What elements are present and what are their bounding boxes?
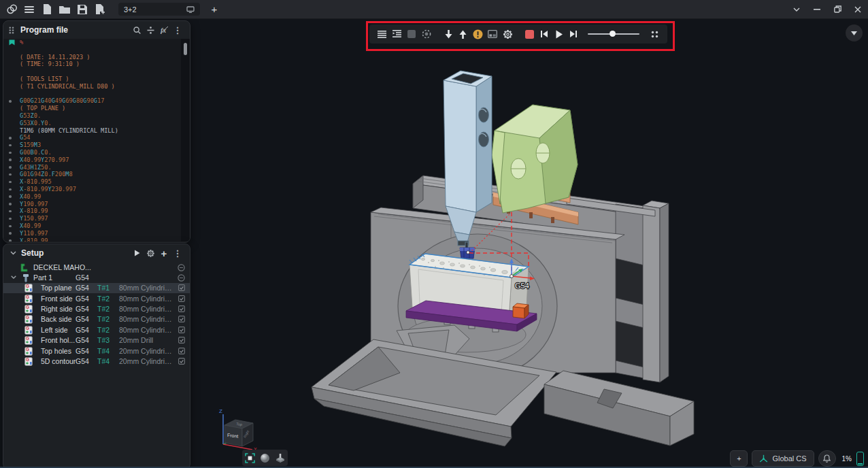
layout-icon[interactable]	[486, 27, 499, 41]
setup-row-operation[interactable]: GFront hol...G54T#320mm Drill	[3, 335, 190, 346]
program-lines-icon[interactable]	[375, 27, 389, 41]
gcode-line[interactable]: X40.99	[3, 222, 190, 230]
gcode-line[interactable]	[3, 68, 190, 76]
open-folder-button[interactable]	[56, 3, 73, 16]
gcode-line[interactable]: X-810.99	[3, 207, 190, 215]
setup-row-operation[interactable]: GBack sideG54T#280mm Cylindrical ...	[3, 314, 190, 324]
function-icon[interactable]: fx	[157, 23, 171, 37]
step-up-icon[interactable]	[456, 27, 470, 41]
skip-end-button[interactable]	[567, 27, 581, 41]
gcode-line[interactable]: X40.99Y270.997	[3, 156, 190, 164]
suppress-toggle[interactable]	[178, 274, 185, 283]
main-menu-button[interactable]	[20, 3, 38, 16]
window-restore-button[interactable]	[827, 0, 848, 18]
line-bullet	[9, 141, 17, 149]
goto-line-icon[interactable]	[390, 27, 404, 41]
setup-row-operation[interactable]: GFront sideG54T#280mm Cylindrical ...	[3, 293, 190, 303]
svg-text:G: G	[26, 357, 29, 362]
window-close-button[interactable]	[848, 0, 868, 18]
suppress-toggle[interactable]	[178, 264, 185, 273]
settings-icon[interactable]	[501, 27, 514, 41]
setup-more-icon[interactable]: ⋮	[171, 246, 184, 260]
gcode-line[interactable]: ( TOOLS LIST )	[3, 76, 190, 83]
setup-row-operation[interactable]: GTop planeG54T#180mm Cylindrical ...	[3, 283, 190, 293]
operation-checkbox[interactable]	[178, 337, 185, 345]
operation-checkbox[interactable]	[178, 295, 185, 303]
notifications-bell-button[interactable]	[818, 450, 836, 467]
setup-collapse-chevron[interactable]	[10, 251, 16, 255]
gcode-line[interactable]: ( TIME: 9:31:10 )	[3, 61, 190, 68]
expand-chevron[interactable]	[11, 273, 16, 280]
warnings-icon[interactable]	[471, 27, 485, 41]
setup-row-operation[interactable]: G5D contourG54T#420mm Cylindrical ...	[3, 356, 190, 367]
setup-play-icon[interactable]	[130, 246, 144, 260]
gcode-line[interactable]: G00B0.C0.	[3, 149, 190, 156]
operation-checkbox[interactable]	[178, 348, 185, 356]
gcode-line[interactable]: G00G21G40G49G69G80G90G17	[3, 97, 190, 105]
setup-row-part[interactable]: Part 1G54	[3, 272, 190, 282]
selection-circle-icon[interactable]	[420, 27, 433, 41]
code-scrollbar[interactable]	[181, 39, 190, 241]
document-tab[interactable]: 3+2	[118, 3, 200, 16]
add-cs-button[interactable]: +	[730, 450, 748, 467]
gcode-line[interactable]: G53Z0.	[3, 112, 190, 120]
stop-button[interactable]	[522, 27, 536, 41]
window-dropdown-button[interactable]	[786, 0, 807, 18]
gcode-line[interactable]: G01G94Z0.F200M8	[3, 171, 190, 178]
solid-panel-icon[interactable]	[405, 27, 418, 41]
search-icon[interactable]	[130, 23, 144, 37]
gcode-line[interactable]: G43H1Z50.	[3, 164, 190, 171]
expand-grid-icon[interactable]	[648, 27, 661, 41]
viewport-collapse-button[interactable]	[846, 24, 863, 41]
gcode-line[interactable]: X-810.995	[3, 178, 190, 186]
operation-checkbox[interactable]	[178, 316, 185, 324]
setup-row-operation[interactable]: GTop holesG54T#420mm Cylindrical ...	[3, 346, 190, 356]
gcode-line[interactable]: G53X0.Y0.	[3, 120, 190, 127]
setup-row-operation[interactable]: GRight sideG54T#280mm Cylindrical ...	[3, 304, 190, 314]
gcode-line[interactable]: ( TOP PLANE )	[3, 105, 190, 112]
show-machine-icon[interactable]	[274, 452, 286, 464]
speed-slider-knob[interactable]	[610, 31, 616, 37]
new-tab-button[interactable]: +	[205, 3, 223, 16]
gcode-line[interactable]	[3, 90, 190, 98]
operation-checkbox[interactable]	[178, 327, 185, 335]
setup-add-icon[interactable]: +	[157, 246, 171, 260]
gcode-line[interactable]: X40.99	[3, 193, 190, 201]
gcode-line[interactable]: X-810.99	[3, 237, 190, 241]
gcode-line[interactable]: ( DATE: 14.11.2023 )	[3, 54, 190, 61]
gcode-line[interactable]	[3, 46, 190, 54]
operation-checkbox[interactable]	[178, 305, 185, 314]
gcode-editor[interactable]: %( DATE: 14.11.2023 )( TIME: 9:31:10 )( …	[3, 39, 190, 241]
save-as-button[interactable]	[91, 3, 109, 16]
shaded-view-icon[interactable]	[258, 452, 271, 464]
sync-scroll-icon[interactable]	[144, 23, 157, 37]
new-document-button[interactable]	[38, 3, 56, 16]
gcode-line[interactable]: X-810.99Y230.997	[3, 186, 190, 193]
global-cs-button[interactable]: Global CS	[752, 450, 814, 467]
gcode-line[interactable]: S159M3	[3, 141, 190, 149]
operation-checkbox[interactable]	[178, 284, 185, 292]
window-minimize-button[interactable]	[807, 0, 827, 18]
skip-start-button[interactable]	[537, 27, 551, 41]
setup-row-machine[interactable]: DECKEL MAHO...	[3, 262, 190, 272]
gcode-line[interactable]: Y190.997	[3, 201, 190, 208]
view-cube[interactable]: Z X Front Top Right	[219, 408, 257, 452]
drag-handle-icon[interactable]	[9, 27, 14, 34]
gcode-line[interactable]: Y150.997	[3, 215, 190, 222]
setup-row-operation[interactable]: GLeft sideG54T#280mm Cylindrical ...	[3, 324, 190, 335]
speed-slider[interactable]	[588, 33, 639, 35]
play-button[interactable]	[552, 27, 566, 41]
setup-settings-icon[interactable]	[144, 246, 157, 260]
program-more-icon[interactable]: ⋮	[171, 23, 184, 37]
gcode-line[interactable]: %	[3, 39, 190, 46]
step-down-icon[interactable]	[441, 27, 455, 41]
code-scrollbar-thumb[interactable]	[184, 43, 187, 55]
gcode-line[interactable]: T1M6 (80MM CYLINDRICAL MILL)	[3, 127, 190, 135]
gcode-line[interactable]: G54	[3, 134, 190, 141]
gcode-line[interactable]: ( T1 CYLINDRICAL_MILL D80 )	[3, 83, 190, 90]
gcode-line[interactable]: Y110.997	[3, 230, 190, 237]
fit-selection-icon[interactable]	[244, 452, 256, 464]
operation-checkbox[interactable]	[178, 358, 185, 366]
save-button[interactable]	[73, 3, 91, 16]
row-tool: T#4	[97, 357, 110, 365]
